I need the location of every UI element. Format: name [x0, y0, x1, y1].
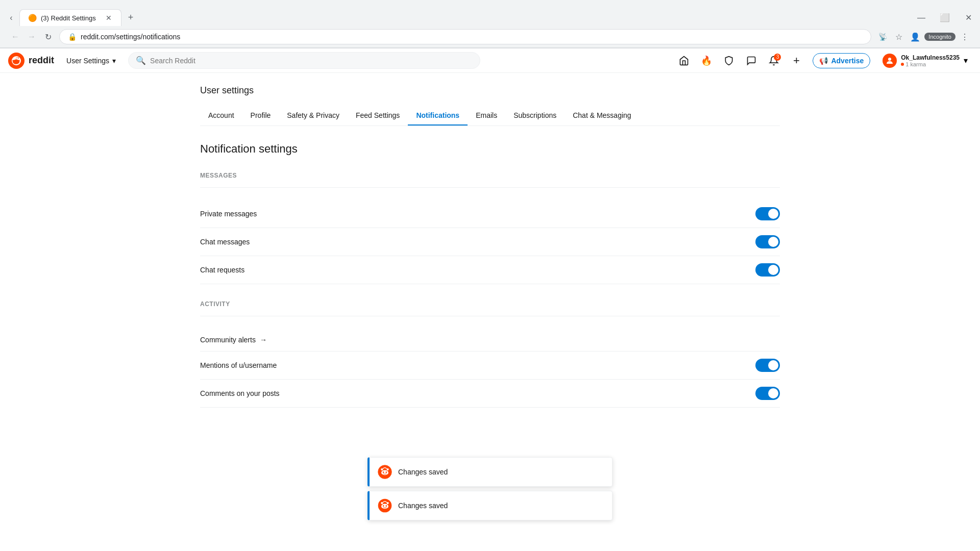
user-account-button[interactable]: Ok_Lawfulness5235 1 karma ▾	[878, 52, 972, 70]
add-icon[interactable]: +	[788, 53, 804, 69]
header-icons: 🔥 3 +	[676, 53, 804, 69]
mentions-row: Mentions of u/username	[200, 352, 780, 380]
community-alerts-arrow-icon: →	[260, 336, 267, 344]
karma: 1 karma	[901, 61, 960, 67]
browser-back-button[interactable]: ←	[8, 30, 22, 44]
user-avatar	[883, 54, 897, 68]
activity-divider	[200, 316, 780, 316]
tab-close-button[interactable]: ✕	[105, 14, 113, 22]
chat-requests-label: Chat requests	[200, 266, 244, 274]
account-dropdown-icon: ▾	[964, 56, 968, 65]
reddit-header: reddit User Settings ▾ 🔍 🔥 3 + 📢 Adverti…	[0, 48, 980, 73]
lock-icon: 🔒	[68, 33, 77, 41]
search-input[interactable]	[150, 57, 473, 65]
username: Ok_Lawfulness5235	[901, 54, 960, 61]
reddit-logo[interactable]: reddit	[8, 53, 54, 69]
chat-messages-toggle[interactable]	[755, 235, 780, 248]
fire-icon[interactable]: 🔥	[698, 53, 715, 69]
window-maximize-button[interactable]: ⬜	[933, 10, 957, 26]
toggle-knob	[768, 388, 778, 398]
settings-page: User settings Account Profile Safety & P…	[184, 73, 796, 420]
mentions-toggle[interactable]	[755, 359, 780, 372]
tab-account[interactable]: Account	[200, 106, 242, 126]
tab-emails[interactable]: Emails	[468, 106, 505, 126]
toggle-knob	[768, 265, 778, 275]
tab-favicon: 🟠	[28, 14, 37, 22]
browser-reload-button[interactable]: ↻	[41, 30, 55, 44]
mentions-label: Mentions of u/username	[200, 361, 277, 369]
incognito-badge: Incognito	[924, 33, 955, 41]
address-input[interactable]	[81, 33, 863, 41]
community-alerts-row[interactable]: Community alerts →	[200, 329, 780, 352]
toggle-knob	[768, 360, 778, 370]
tab-group-back[interactable]: ‹	[4, 11, 18, 25]
tab-safety-privacy[interactable]: Safety & Privacy	[279, 106, 348, 126]
megaphone-icon: 📢	[819, 57, 828, 65]
home-icon[interactable]	[676, 53, 692, 69]
settings-tabs: Account Profile Safety & Privacy Feed Se…	[200, 106, 780, 126]
chat-requests-row: Chat requests	[200, 256, 780, 284]
chat-messages-row: Chat messages	[200, 228, 780, 256]
messages-divider	[200, 187, 780, 188]
profile-icon[interactable]: 👤	[908, 30, 922, 44]
toggle-knob	[768, 209, 778, 219]
community-alerts-label: Community alerts →	[200, 336, 267, 344]
karma-dot-icon	[901, 63, 904, 66]
chat-requests-toggle[interactable]	[755, 263, 780, 277]
search-bar[interactable]: 🔍	[128, 52, 480, 69]
page-title: User settings	[200, 85, 780, 96]
svg-point-2	[17, 60, 18, 61]
user-settings-dropdown[interactable]: User Settings ▾	[62, 55, 120, 67]
section-title: Notification settings	[200, 142, 780, 156]
dropdown-arrow-icon: ▾	[112, 57, 116, 65]
shield-icon[interactable]	[721, 53, 737, 69]
messages-category-label: MESSAGES	[200, 168, 780, 179]
toggle-knob	[768, 237, 778, 247]
cast-icon[interactable]: 📡	[875, 30, 890, 44]
private-messages-row: Private messages	[200, 200, 780, 228]
karma-value: 1 karma	[905, 61, 926, 67]
notification-badge: 3	[774, 54, 781, 61]
tab-feed-settings[interactable]: Feed Settings	[348, 106, 408, 126]
tab-chat-messaging[interactable]: Chat & Messaging	[565, 106, 639, 126]
advertise-button[interactable]: 📢 Advertise	[813, 53, 870, 68]
activity-category-label: ACTIVITY	[200, 296, 780, 308]
active-browser-tab[interactable]: 🟠 (3) Reddit Settings ✕	[19, 9, 121, 26]
reddit-logo-icon	[8, 53, 24, 69]
chat-messages-label: Chat messages	[200, 238, 250, 246]
comments-on-posts-toggle[interactable]	[755, 387, 780, 400]
address-bar[interactable]: 🔒	[59, 29, 871, 44]
comments-on-posts-row: Comments on your posts	[200, 380, 780, 408]
user-info: Ok_Lawfulness5235 1 karma	[901, 54, 960, 67]
browser-forward-button[interactable]: →	[24, 30, 39, 44]
more-options-icon[interactable]: ⋮	[958, 30, 972, 44]
private-messages-label: Private messages	[200, 210, 257, 218]
window-close-button[interactable]: ✕	[957, 10, 980, 26]
advertise-label: Advertise	[831, 57, 864, 65]
new-tab-button[interactable]: +	[124, 11, 138, 25]
reddit-logo-text: reddit	[29, 55, 54, 66]
chat-icon[interactable]	[743, 53, 760, 69]
svg-point-3	[888, 58, 891, 61]
svg-point-1	[15, 60, 16, 61]
community-alerts-text: Community alerts	[200, 336, 256, 344]
tab-subscriptions[interactable]: Subscriptions	[505, 106, 565, 126]
tab-notifications[interactable]: Notifications	[408, 106, 468, 126]
private-messages-toggle[interactable]	[755, 207, 780, 220]
comments-on-posts-label: Comments on your posts	[200, 389, 280, 397]
bookmark-icon[interactable]: ☆	[892, 30, 906, 44]
notification-bell-icon[interactable]: 3	[766, 53, 782, 69]
search-icon: 🔍	[136, 56, 146, 65]
tab-profile[interactable]: Profile	[242, 106, 279, 126]
user-settings-label: User Settings	[66, 57, 109, 65]
window-minimize-button[interactable]: —	[910, 10, 933, 26]
tab-title: (3) Reddit Settings	[41, 14, 101, 22]
